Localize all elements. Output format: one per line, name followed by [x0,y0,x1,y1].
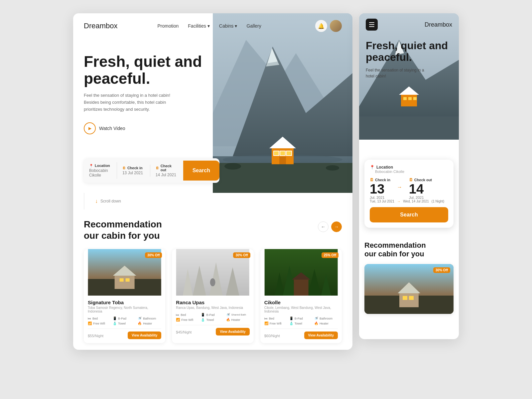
recommendations-section: Recommendation our cabin for you ← → [73,212,352,350]
svg-rect-43 [413,97,417,100]
mobile-location-value: Bobocabin Cikolle [375,170,448,174]
checkin-block: 🗓 Check in 13 Jul, 2021 [370,178,390,200]
cabin-amenities-toba: 🛏Bed 📱B-Pad 🚿Bathroom 📶Free Wifi 🧴Towel … [88,317,161,325]
amenity-bpad: 📱B-Pad [201,313,224,317]
mobile-location-row: 📍 Location Bobocabin Cikolle [370,165,448,174]
svg-marker-10 [269,137,296,148]
cabin-location-cikolle: Cikole, Lembang, West Bandung, West Java… [264,306,338,313]
next-button[interactable]: → [331,221,342,232]
svg-rect-40 [401,95,417,106]
chevron-down-icon: ▾ [235,23,237,29]
amenity-bpad: 📱B-Pad [289,317,313,320]
svg-rect-13 [280,151,285,156]
amenity-bed: 🛏Bed [88,317,111,320]
checkout-month: Jul, 2021 [409,196,432,200]
card-footer-toba: $55/Night View Availability [88,329,161,339]
view-availability-cikolle[interactable]: View Availability [304,332,338,339]
avatar[interactable] [330,20,342,32]
checkout-value: 14 Jul 2021 [156,173,178,177]
calendar-icon: 🗓 [122,166,126,170]
mobile-cabin-card: 30% Off [364,264,454,314]
nav-promotion[interactable]: Promotion [158,23,179,29]
cabin-location-toba: Toba Samosir Regency, North Sumatera, In… [88,306,161,313]
calendar-out-icon: 🗓 [156,166,159,170]
mobile-search-button[interactable]: Search [370,207,448,222]
mobile-hero-desc: Feel the sensation of staying in a hotel… [366,67,426,79]
checkin-label: Check in [127,166,143,170]
mobile-nav: Dreambox [359,13,459,36]
amenity-bath: 🚿Bathroom [138,317,161,320]
amenity-towel: 🧴Towel [113,322,136,325]
hero-description: Feel the sensation of staying in a hotel… [84,92,177,113]
watch-video-button[interactable]: ▶ Watch Video [84,122,209,134]
checkin-field[interactable]: 🗓 Check in 13 Jul 2021 [117,165,150,177]
card-image-ranca: 30% Off [172,249,253,296]
rec-title: Recommendation our cabin for you [84,219,162,241]
svg-rect-15 [279,157,286,164]
scroll-arrow-icon: ↓ [95,198,98,204]
hero-left: Fresh, quiet and peaceful. Feel the sens… [73,13,219,193]
location-field[interactable]: 📍 Location Bobocabin Cikolle [84,162,117,179]
svg-rect-20 [120,278,124,282]
checkout-day: 14 [409,182,432,196]
nav-gallery[interactable]: Gallery [246,23,261,29]
hamburger-button[interactable] [366,19,378,31]
scroll-down-section: ↓ Scroll down [84,193,352,209]
scroll-label: Scroll down [100,199,121,203]
cabin-name-cikolle: Cikolle [264,300,338,305]
discount-badge-toba: 30% Off [145,252,162,258]
view-availability-toba[interactable]: View Availability [128,332,161,339]
cabin-amenities-cikolle: 🛏Bed 📱B-Pad 🚿Bathroom 📶Free Wifi 🧴Towel … [264,317,338,325]
logo-light: box [106,22,117,30]
svg-point-27 [210,278,215,286]
amenity-wifi: 📶Free Wifi [88,322,111,325]
amenity-sharedbath: 🚿Shared Bath [226,313,250,317]
mobile-hero-title: Fresh, quiet and peaceful. [366,40,452,63]
cabin-price-ranca: $45/Night [176,328,192,335]
logo[interactable]: Dreambox [84,22,118,30]
nav-facilities[interactable]: Facilities ▾ [188,23,209,29]
card-body-ranca: Ranca Upas Ranca Upas, Bandung, West Jav… [172,296,253,339]
nav-cabins[interactable]: Cabins ▾ [219,23,237,29]
cabin-card-toba: 30% Off Signature Toba Toba Samosir Rege… [84,249,165,343]
svg-rect-49 [409,296,414,300]
svg-rect-41 [403,97,407,100]
svg-rect-42 [408,97,412,100]
prev-button[interactable]: ← [318,221,329,232]
mobile-booking-card: 📍 Location Bobocabin Cikolle 🗓 Check in … [364,160,454,228]
svg-rect-12 [274,151,279,156]
location-value: Bobocabin Cikolle [89,168,111,178]
discount-badge-cikolle: 25% Off [322,252,338,258]
checkin-day: 13 [370,182,390,196]
mobile-card-image: 30% Off [364,264,454,314]
card-body-cikolle: Cikolle Cikole, Lembang, West Bandung, W… [260,296,342,343]
mobile-panel: Dreambox [359,13,459,339]
notification-icon[interactable]: 🔔 [315,20,327,32]
checkout-block: 🗓 Check out 14 Jul, 2021 [409,178,432,200]
card-footer-cikolle: $60/Night View Availability [264,329,338,339]
date-arrow-icon: → [397,184,402,200]
svg-rect-19 [115,276,135,289]
search-bar: 📍 Location Bobocabin Cikolle 🗓 Check in … [84,158,219,183]
watch-label: Watch Video [99,126,125,131]
hero-title: Fresh, quiet and peaceful. [84,53,209,87]
mobile-date-range: Tue, 13 Jul 2021 → Wed, 14 Jul 2021 (1 N… [370,200,448,203]
range-arrow-icon: → [397,200,400,203]
svg-point-9 [326,165,339,171]
amenity-towel: 🧴Towel [289,322,313,325]
amenity-wifi: 📶Free Wifi [176,318,200,322]
search-button[interactable]: Search [183,161,219,181]
mobile-card-discount: 30% Off [433,267,450,273]
svg-rect-48 [403,296,407,300]
card-image-toba: 30% Off [84,249,165,296]
cabin-name-ranca: Ranca Upas [176,300,249,305]
nav-links: Promotion Facilities ▾ Cabins ▾ Gallery [158,23,261,29]
checkout-label: Check out [161,164,178,172]
logo-bold: Dream [84,22,106,30]
amenity-bed: 🛏Bed [264,317,288,320]
mobile-rec-title: Recommendation our cabin for you [364,241,454,259]
hamburger-icon [369,22,374,27]
view-availability-ranca[interactable]: View Availability [216,328,249,335]
checkin-value: 13 Jul 2021 [122,171,145,175]
checkout-field[interactable]: 🗓 Check out 14 Jul 2021 [150,163,183,179]
